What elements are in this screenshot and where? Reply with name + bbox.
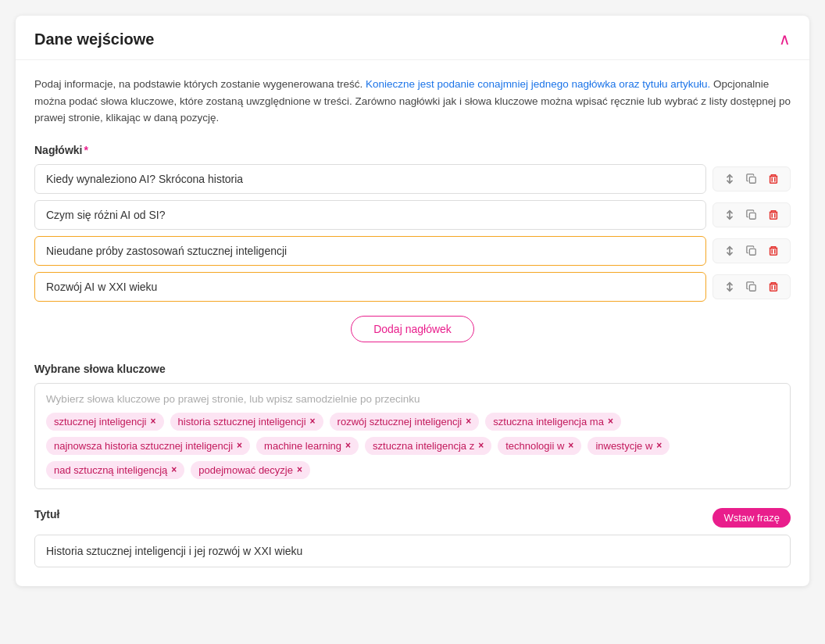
keyword-tag: sztuczna inteligencja ma× (485, 413, 621, 431)
svg-rect-7 (749, 249, 755, 255)
tag-label: sztuczna inteligencja ma (493, 416, 604, 428)
card-body: Podaj informacje, na podstawie których z… (16, 60, 809, 586)
insert-phrase-button[interactable]: Wstaw frazę (712, 508, 791, 528)
desc-normal-1: Podaj informacje, na podstawie których z… (34, 78, 362, 90)
title-header: Tytuł Wstaw frazę (34, 508, 791, 528)
keyword-tag: rozwój sztucznej inteligencji× (330, 413, 480, 431)
tag-remove-button[interactable]: × (237, 440, 242, 451)
keywords-tags: sztucznej inteligencji×historia sztuczne… (46, 413, 779, 479)
header-input-3[interactable] (34, 236, 706, 266)
svg-rect-5 (770, 212, 777, 219)
keywords-box: Wybierz słowa kluczowe po prawej stronie… (34, 383, 791, 489)
delete-icon[interactable] (765, 244, 782, 258)
sort-icon[interactable] (721, 172, 738, 186)
tag-label: najnowsza historia sztucznej inteligencj… (54, 440, 233, 452)
keyword-tag: machine learning× (256, 437, 359, 455)
headers-list (34, 164, 791, 302)
header-input-2[interactable] (34, 200, 706, 230)
tag-label: rozwój sztucznej inteligencji (338, 416, 462, 428)
copy-icon[interactable] (743, 208, 760, 222)
keyword-tag: podejmować decyzje× (191, 461, 310, 479)
tag-label: sztuczna inteligencja z (373, 440, 474, 452)
svg-rect-8 (770, 248, 777, 255)
header-input-1[interactable] (34, 164, 706, 194)
delete-icon[interactable] (765, 172, 782, 186)
tag-remove-button[interactable]: × (345, 440, 351, 451)
keyword-tag: najnowsza historia sztucznej inteligencj… (46, 437, 250, 455)
svg-rect-1 (749, 177, 755, 183)
header-actions (712, 238, 791, 263)
sort-icon[interactable] (721, 208, 738, 222)
tag-remove-button[interactable]: × (568, 440, 573, 451)
title-section: Tytuł Wstaw frazę (34, 508, 791, 567)
header-row (34, 200, 791, 230)
headers-label: Nagłówki* (34, 144, 791, 156)
keyword-tag: sztucznej inteligencji× (46, 413, 164, 431)
title-input[interactable] (34, 535, 791, 567)
keyword-tag: nad sztuczną inteligencją× (46, 461, 184, 479)
copy-icon[interactable] (743, 172, 760, 186)
copy-icon[interactable] (743, 280, 760, 294)
keywords-section: Wybrane słowa kluczowe Wybierz słowa klu… (34, 363, 791, 489)
header-row (34, 236, 791, 266)
keyword-tag: sztuczna inteligencja z× (365, 437, 491, 455)
card-header: Dane wejściowe ∧ (16, 16, 809, 60)
tag-label: inwestycje w (595, 440, 652, 452)
delete-icon[interactable] (765, 280, 782, 294)
tag-remove-button[interactable]: × (656, 440, 662, 451)
tag-label: sztucznej inteligencji (54, 416, 147, 428)
svg-rect-11 (770, 284, 777, 291)
tag-remove-button[interactable]: × (466, 416, 471, 427)
header-row (34, 272, 791, 302)
svg-rect-4 (749, 213, 755, 219)
header-input-4[interactable] (34, 272, 706, 302)
tag-label: technologii w (505, 440, 564, 452)
tag-label: podejmować decyzje (198, 464, 293, 476)
delete-icon[interactable] (765, 208, 782, 222)
header-actions (712, 166, 791, 191)
svg-rect-10 (749, 284, 755, 291)
add-header-row: Dodaj nagłówek (34, 316, 791, 342)
tag-remove-button[interactable]: × (151, 416, 156, 427)
page-title: Dane wejściowe (34, 30, 154, 48)
svg-rect-2 (770, 176, 777, 183)
header-row (34, 164, 791, 194)
desc-highlight: Konieczne jest podanie conajmniej jedneg… (366, 78, 710, 90)
collapse-icon[interactable]: ∧ (779, 30, 791, 48)
tag-label: nad sztuczną inteligencją (54, 464, 167, 476)
keyword-tag: inwestycje w× (588, 437, 670, 455)
title-label: Tytuł (34, 508, 59, 521)
header-actions (712, 202, 791, 227)
copy-icon[interactable] (743, 244, 760, 258)
tag-remove-button[interactable]: × (478, 440, 484, 451)
keywords-placeholder: Wybierz słowa kluczowe po prawej stronie… (46, 393, 779, 405)
keyword-tag: historia sztucznej inteligencji× (170, 413, 323, 431)
tag-remove-button[interactable]: × (310, 416, 316, 427)
description-text: Podaj informacje, na podstawie których z… (34, 76, 791, 127)
keywords-label: Wybrane słowa kluczowe (34, 363, 791, 375)
tag-remove-button[interactable]: × (297, 464, 302, 475)
header-actions (712, 274, 791, 299)
add-header-button[interactable]: Dodaj nagłówek (351, 316, 474, 342)
main-card: Dane wejściowe ∧ Podaj informacje, na po… (16, 16, 809, 586)
sort-icon[interactable] (721, 280, 738, 294)
tag-label: historia sztucznej inteligencji (178, 416, 306, 428)
sort-icon[interactable] (721, 244, 738, 258)
keyword-tag: technologii w× (498, 437, 581, 455)
tag-label: machine learning (264, 440, 341, 452)
tag-remove-button[interactable]: × (171, 464, 177, 475)
tag-remove-button[interactable]: × (608, 416, 613, 427)
